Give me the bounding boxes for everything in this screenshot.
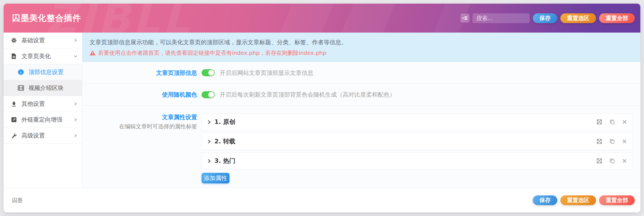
sidebar-item-label: 高级设置 [21, 132, 45, 139]
panel-toggle[interactable]: 3. 热门 [207, 157, 235, 165]
setting-row-article-attributes: 文章属性设置 在编辑文章时可选择的属性标签 1. 原创 [82, 106, 640, 183]
chevron-right-icon [74, 102, 78, 106]
sidebar-item-label: 视频介绍区块 [28, 84, 64, 92]
panel-title: 1. 原创 [214, 118, 235, 126]
footer-reset-selection-button[interactable]: 重置选区 [560, 195, 596, 205]
panel-toggle[interactable]: 1. 原创 [207, 118, 235, 126]
film-icon [18, 85, 24, 91]
add-attribute-button[interactable]: 添加属性 [202, 173, 229, 183]
copy-icon[interactable] [609, 119, 615, 125]
footer-reset-all-button[interactable]: 重置全部 [599, 195, 635, 205]
chevron-down-icon [74, 54, 78, 58]
random-color-toggle[interactable] [202, 91, 215, 98]
move-icon[interactable] [597, 119, 602, 125]
content-spacer [82, 183, 640, 188]
reset-selection-button[interactable]: 重置选区 [560, 13, 596, 23]
setting-row-random-color: 使用随机颜色 开启后每次刷新文章页顶部背景色会随机生成（高对比度柔和配色） [82, 84, 640, 106]
toggle-knob [208, 70, 214, 76]
toggle-knob [208, 92, 214, 98]
reset-all-button[interactable]: 重置全部 [599, 13, 635, 23]
footer: 囚墨 保存 重置选区 重置全部 [4, 188, 640, 212]
panel-title: 2. 转载 [214, 137, 235, 146]
setting-sublabel: 在编辑文章时可选择的属性标签 [82, 123, 197, 130]
file-icon [11, 53, 17, 59]
banner-info-text: 文章页顶部信息展示功能，可以美化文章页的顶部区域，显示文章标题、分类、标签、作者… [89, 38, 640, 47]
copy-icon[interactable] [609, 158, 615, 164]
setting-label: 文章页顶部信息 [82, 69, 197, 77]
warning-icon [89, 50, 96, 56]
setting-description: 开启后每次刷新文章页顶部背景色会随机生成（高对比度柔和配色） [220, 91, 395, 99]
sidebar-item-advanced-settings[interactable]: 高级设置 [4, 128, 82, 144]
sidebar: 基础设置 文章页美化 [4, 33, 82, 188]
sidebar-item-external-link-redirect[interactable]: 外链重定向增强 [4, 112, 82, 128]
panel-title: 3. 热门 [214, 157, 235, 165]
chevron-right-icon [74, 134, 78, 138]
sidebar-item-label: 其他设置 [21, 100, 45, 108]
setting-label: 使用随机颜色 [82, 91, 197, 99]
panel-toggle[interactable]: 2. 转载 [207, 137, 235, 146]
info-icon [18, 69, 24, 75]
gear-icon [11, 37, 17, 43]
setting-row-article-top-info: 文章页顶部信息 开启后网站文章页顶部显示文章信息 [82, 62, 640, 84]
sidebar-item-article-page-beautify[interactable]: 文章页美化 [4, 48, 82, 64]
sidebar-item-label: 基础设置 [21, 36, 45, 44]
close-icon[interactable] [622, 120, 627, 124]
external-link-icon [11, 117, 17, 122]
attribute-panel: 1. 原创 [202, 113, 633, 131]
plugin-settings-window: ZIBLL 囚墨美化整合插件 保存 重置选区 重置全部 [4, 4, 640, 212]
setting-description: 开启后网站文章页顶部显示文章信息 [220, 69, 313, 77]
banner-warning-text: 若要使用点击作者跳首页，请先查看固定链接中是否有index.php，若存在则删除… [98, 49, 326, 57]
move-icon[interactable] [597, 158, 602, 164]
save-button[interactable]: 保存 [533, 13, 557, 23]
decor-stripe [276, 4, 336, 33]
wrench-icon [11, 133, 17, 139]
footer-actions: 保存 重置选区 重置全部 [533, 195, 635, 205]
banner-warning: 若要使用点击作者跳首页，请先查看固定链接中是否有index.php，若存在则删除… [89, 49, 640, 57]
chevron-right-icon [207, 159, 211, 163]
attribute-panel: 3. 热门 [202, 152, 633, 170]
chevron-right-icon [74, 118, 78, 122]
main-area: 基础设置 文章页美化 [4, 33, 640, 188]
sidebar-item-label: 顶部信息设置 [28, 68, 64, 76]
attribute-panel: 2. 转载 [202, 133, 633, 150]
info-banner: 文章页顶部信息展示功能，可以美化文章页的顶部区域，显示文章标题、分类、标签、作者… [82, 33, 640, 62]
move-icon[interactable] [597, 139, 602, 144]
ink-icon [11, 101, 17, 107]
sidebar-item-other-settings[interactable]: 其他设置 [4, 96, 82, 112]
menu-collapse-button[interactable] [461, 14, 469, 23]
sidebar-item-label: 外链重定向增强 [21, 116, 62, 124]
decor-stripe [338, 4, 398, 33]
search-input[interactable] [473, 13, 530, 23]
header: ZIBLL 囚墨美化整合插件 保存 重置选区 重置全部 [4, 4, 640, 33]
copy-icon[interactable] [609, 139, 615, 144]
sidebar-item-top-info-settings[interactable]: 顶部信息设置 [4, 64, 82, 80]
chevron-right-icon [207, 139, 211, 144]
chevron-right-icon [74, 38, 78, 42]
footer-brand: 囚墨 [12, 197, 23, 204]
setting-label: 文章属性设置 在编辑文章时可选择的属性标签 [82, 113, 197, 130]
sidebar-item-video-intro-block[interactable]: 视频介绍区块 [4, 80, 82, 96]
settings-content: 文章页顶部信息展示功能，可以美化文章页的顶部区域，显示文章标题、分类、标签、作者… [82, 33, 640, 188]
close-icon[interactable] [622, 159, 627, 163]
attribute-panels: 1. 原创 [202, 113, 640, 183]
header-actions: 保存 重置选区 重置全部 [461, 13, 640, 23]
page-title: 囚墨美化整合插件 [12, 13, 81, 24]
close-icon[interactable] [622, 139, 627, 144]
sidebar-item-basic-settings[interactable]: 基础设置 [4, 33, 82, 48]
footer-save-button[interactable]: 保存 [533, 195, 557, 205]
sidebar-item-label: 文章页美化 [21, 52, 51, 60]
indent-left-icon [462, 15, 468, 21]
article-top-info-toggle[interactable] [202, 69, 215, 76]
chevron-right-icon [207, 120, 211, 124]
